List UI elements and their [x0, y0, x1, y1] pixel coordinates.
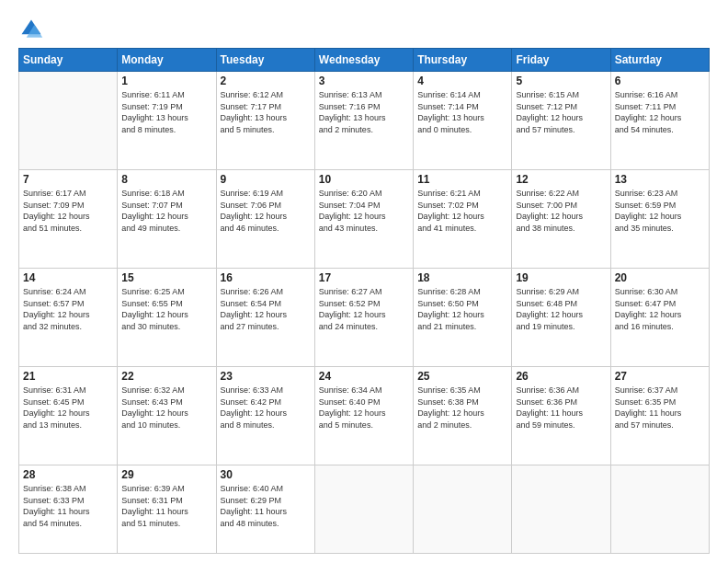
weekday-header-friday: Friday: [512, 49, 610, 72]
day-info: Sunrise: 6:16 AM Sunset: 7:11 PM Dayligh…: [615, 89, 705, 135]
day-info: Sunrise: 6:30 AM Sunset: 6:47 PM Dayligh…: [615, 286, 705, 332]
calendar-cell: 6Sunrise: 6:16 AM Sunset: 7:11 PM Daylig…: [610, 72, 709, 170]
logo-icon: [18, 17, 44, 42]
day-info: Sunrise: 6:34 AM Sunset: 6:40 PM Dayligh…: [319, 385, 409, 431]
day-number: 1: [121, 75, 211, 87]
calendar-cell: 1Sunrise: 6:11 AM Sunset: 7:19 PM Daylig…: [118, 72, 216, 170]
calendar-cell: [414, 465, 512, 554]
calendar-cell: 25Sunrise: 6:35 AM Sunset: 6:38 PM Dayli…: [414, 367, 512, 465]
calendar-cell: 17Sunrise: 6:27 AM Sunset: 6:52 PM Dayli…: [314, 269, 413, 367]
header: [18, 17, 710, 42]
day-number: 10: [319, 173, 409, 186]
day-info: Sunrise: 6:15 AM Sunset: 7:12 PM Dayligh…: [516, 89, 606, 135]
day-info: Sunrise: 6:31 AM Sunset: 6:45 PM Dayligh…: [23, 385, 113, 431]
calendar-cell: 30Sunrise: 6:40 AM Sunset: 6:29 PM Dayli…: [216, 465, 314, 554]
week-row-1: 1Sunrise: 6:11 AM Sunset: 7:19 PM Daylig…: [19, 72, 710, 170]
calendar-cell: 4Sunrise: 6:14 AM Sunset: 7:14 PM Daylig…: [414, 72, 512, 170]
day-number: 8: [121, 173, 211, 186]
day-info: Sunrise: 6:28 AM Sunset: 6:50 PM Dayligh…: [417, 286, 507, 332]
page: SundayMondayTuesdayWednesdayThursdayFrid…: [0, 0, 728, 563]
weekday-header-sunday: Sunday: [19, 49, 118, 72]
day-info: Sunrise: 6:27 AM Sunset: 6:52 PM Dayligh…: [319, 286, 409, 332]
day-number: 15: [121, 271, 211, 284]
calendar-cell: 15Sunrise: 6:25 AM Sunset: 6:55 PM Dayli…: [118, 269, 216, 367]
day-number: 4: [417, 75, 507, 87]
calendar-cell: 21Sunrise: 6:31 AM Sunset: 6:45 PM Dayli…: [19, 367, 118, 465]
day-number: 13: [615, 173, 705, 186]
day-info: Sunrise: 6:21 AM Sunset: 7:02 PM Dayligh…: [417, 188, 507, 234]
day-number: 22: [121, 370, 211, 383]
day-info: Sunrise: 6:35 AM Sunset: 6:38 PM Dayligh…: [417, 385, 507, 431]
day-info: Sunrise: 6:37 AM Sunset: 6:35 PM Dayligh…: [615, 385, 705, 431]
day-number: 14: [23, 271, 113, 284]
calendar-cell: 3Sunrise: 6:13 AM Sunset: 7:16 PM Daylig…: [314, 72, 413, 170]
day-number: 24: [319, 370, 409, 383]
calendar-cell: 29Sunrise: 6:39 AM Sunset: 6:31 PM Dayli…: [118, 465, 216, 554]
calendar-cell: 28Sunrise: 6:38 AM Sunset: 6:33 PM Dayli…: [19, 465, 118, 554]
day-info: Sunrise: 6:40 AM Sunset: 6:29 PM Dayligh…: [221, 483, 311, 529]
day-number: 29: [121, 468, 211, 481]
day-info: Sunrise: 6:24 AM Sunset: 6:57 PM Dayligh…: [23, 286, 113, 332]
day-info: Sunrise: 6:19 AM Sunset: 7:06 PM Dayligh…: [221, 188, 311, 234]
calendar-cell: 27Sunrise: 6:37 AM Sunset: 6:35 PM Dayli…: [610, 367, 709, 465]
week-row-3: 14Sunrise: 6:24 AM Sunset: 6:57 PM Dayli…: [19, 269, 710, 367]
day-number: 19: [516, 271, 606, 284]
day-info: Sunrise: 6:17 AM Sunset: 7:09 PM Dayligh…: [23, 188, 113, 234]
calendar-cell: 14Sunrise: 6:24 AM Sunset: 6:57 PM Dayli…: [19, 269, 118, 367]
week-row-4: 21Sunrise: 6:31 AM Sunset: 6:45 PM Dayli…: [19, 367, 710, 465]
day-info: Sunrise: 6:13 AM Sunset: 7:16 PM Dayligh…: [319, 89, 409, 135]
day-number: 2: [221, 75, 311, 87]
day-info: Sunrise: 6:33 AM Sunset: 6:42 PM Dayligh…: [221, 385, 311, 431]
weekday-header-wednesday: Wednesday: [314, 49, 413, 72]
day-info: Sunrise: 6:36 AM Sunset: 6:36 PM Dayligh…: [516, 385, 606, 431]
weekday-header-tuesday: Tuesday: [216, 49, 314, 72]
day-info: Sunrise: 6:14 AM Sunset: 7:14 PM Dayligh…: [417, 89, 507, 135]
calendar-cell: 18Sunrise: 6:28 AM Sunset: 6:50 PM Dayli…: [414, 269, 512, 367]
day-number: 20: [615, 271, 705, 284]
day-number: 5: [516, 75, 606, 87]
weekday-header-thursday: Thursday: [414, 49, 512, 72]
day-info: Sunrise: 6:32 AM Sunset: 6:43 PM Dayligh…: [121, 385, 211, 431]
day-number: 9: [221, 173, 311, 186]
day-number: 16: [221, 271, 311, 284]
day-info: Sunrise: 6:22 AM Sunset: 7:00 PM Dayligh…: [516, 188, 606, 234]
calendar-cell: 23Sunrise: 6:33 AM Sunset: 6:42 PM Dayli…: [216, 367, 314, 465]
day-info: Sunrise: 6:29 AM Sunset: 6:48 PM Dayligh…: [516, 286, 606, 332]
day-number: 26: [516, 370, 606, 383]
calendar-cell: 22Sunrise: 6:32 AM Sunset: 6:43 PM Dayli…: [118, 367, 216, 465]
day-number: 18: [417, 271, 507, 284]
calendar-cell: 11Sunrise: 6:21 AM Sunset: 7:02 PM Dayli…: [414, 170, 512, 269]
calendar-cell: 13Sunrise: 6:23 AM Sunset: 6:59 PM Dayli…: [610, 170, 709, 269]
day-info: Sunrise: 6:25 AM Sunset: 6:55 PM Dayligh…: [121, 286, 211, 332]
calendar-cell: 12Sunrise: 6:22 AM Sunset: 7:00 PM Dayli…: [512, 170, 610, 269]
calendar-cell: 16Sunrise: 6:26 AM Sunset: 6:54 PM Dayli…: [216, 269, 314, 367]
day-number: 17: [319, 271, 409, 284]
day-info: Sunrise: 6:11 AM Sunset: 7:19 PM Dayligh…: [121, 89, 211, 135]
calendar-cell: 8Sunrise: 6:18 AM Sunset: 7:07 PM Daylig…: [118, 170, 216, 269]
calendar-cell: 26Sunrise: 6:36 AM Sunset: 6:36 PM Dayli…: [512, 367, 610, 465]
day-number: 30: [221, 468, 311, 481]
calendar-cell: [19, 72, 118, 170]
weekday-header-monday: Monday: [118, 49, 216, 72]
calendar-cell: [610, 465, 709, 554]
calendar-cell: [512, 465, 610, 554]
day-info: Sunrise: 6:12 AM Sunset: 7:17 PM Dayligh…: [221, 89, 311, 135]
week-row-2: 7Sunrise: 6:17 AM Sunset: 7:09 PM Daylig…: [19, 170, 710, 269]
day-number: 23: [221, 370, 311, 383]
calendar-cell: 20Sunrise: 6:30 AM Sunset: 6:47 PM Dayli…: [610, 269, 709, 367]
calendar-cell: 10Sunrise: 6:20 AM Sunset: 7:04 PM Dayli…: [314, 170, 413, 269]
calendar-cell: 19Sunrise: 6:29 AM Sunset: 6:48 PM Dayli…: [512, 269, 610, 367]
calendar-cell: [314, 465, 413, 554]
calendar-cell: 7Sunrise: 6:17 AM Sunset: 7:09 PM Daylig…: [19, 170, 118, 269]
weekday-header-saturday: Saturday: [610, 49, 709, 72]
week-row-5: 28Sunrise: 6:38 AM Sunset: 6:33 PM Dayli…: [19, 465, 710, 554]
calendar-cell: 24Sunrise: 6:34 AM Sunset: 6:40 PM Dayli…: [314, 367, 413, 465]
logo: [18, 17, 48, 42]
day-number: 12: [516, 173, 606, 186]
day-info: Sunrise: 6:18 AM Sunset: 7:07 PM Dayligh…: [121, 188, 211, 234]
day-number: 25: [417, 370, 507, 383]
day-number: 6: [615, 75, 705, 87]
calendar-table: SundayMondayTuesdayWednesdayThursdayFrid…: [18, 48, 710, 554]
day-info: Sunrise: 6:26 AM Sunset: 6:54 PM Dayligh…: [221, 286, 311, 332]
day-number: 27: [615, 370, 705, 383]
